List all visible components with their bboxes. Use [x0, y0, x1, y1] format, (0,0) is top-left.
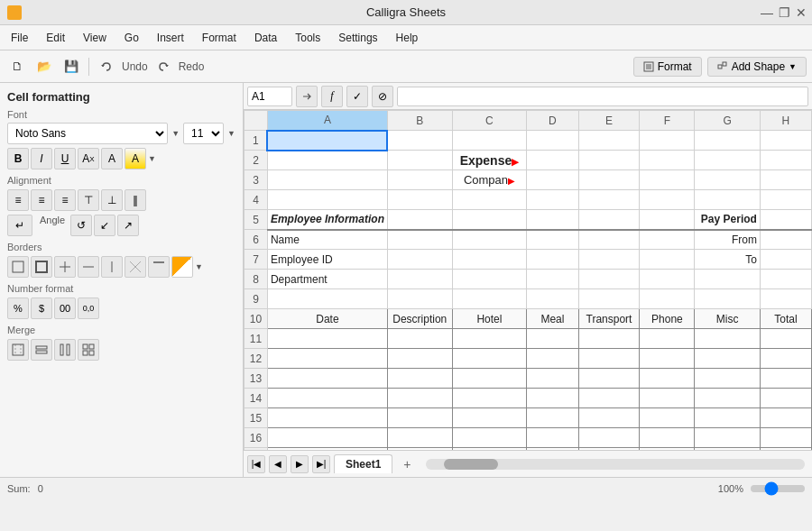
- cell-E14[interactable]: [578, 389, 640, 408]
- cell-F4[interactable]: [640, 190, 695, 210]
- border-all-button[interactable]: [7, 256, 29, 278]
- cell-A14[interactable]: [267, 389, 387, 408]
- new-button[interactable]: 🗋: [5, 55, 29, 78]
- cell-F15[interactable]: [640, 408, 695, 428]
- function-button[interactable]: f: [321, 86, 343, 107]
- cell-H3[interactable]: [760, 170, 811, 190]
- cell-G2[interactable]: [695, 151, 760, 170]
- decimal-button[interactable]: 00: [54, 298, 76, 319]
- cell-E16[interactable]: [578, 428, 640, 448]
- italic-button[interactable]: I: [31, 148, 52, 169]
- cell-E6[interactable]: [578, 230, 640, 250]
- cell-C7[interactable]: [452, 250, 527, 270]
- cell-G16[interactable]: [695, 428, 760, 448]
- cell-H8[interactable]: [760, 270, 811, 289]
- cell-D16[interactable]: [527, 428, 578, 448]
- cell-F8[interactable]: [640, 270, 695, 289]
- cell-E8[interactable]: [578, 270, 640, 289]
- align-top-button[interactable]: ⊤: [78, 189, 99, 211]
- merge-split-button[interactable]: [78, 339, 99, 361]
- angle-decrease-button[interactable]: ↙: [94, 215, 115, 236]
- cell-H7[interactable]: [760, 250, 811, 270]
- cell-H1[interactable]: [760, 131, 811, 151]
- menu-file[interactable]: File: [4, 29, 35, 47]
- horizontal-scroll-thumb[interactable]: [444, 459, 498, 470]
- cell-G9[interactable]: [695, 289, 760, 309]
- cell-C12[interactable]: [452, 349, 527, 369]
- cell-C16[interactable]: [452, 428, 527, 448]
- horizontal-scrollbar[interactable]: [426, 459, 805, 470]
- cell-B12[interactable]: [387, 349, 452, 369]
- cell-G6[interactable]: From: [695, 230, 760, 250]
- cell-B15[interactable]: [387, 408, 452, 428]
- cell-H15[interactable]: [760, 408, 811, 428]
- cell-E13[interactable]: [578, 369, 640, 389]
- cell-C10[interactable]: Hotel: [452, 309, 527, 329]
- add-shape-button[interactable]: Add Shape ▼: [707, 57, 807, 77]
- angle-ccw-button[interactable]: ↺: [70, 215, 92, 236]
- cell-H12[interactable]: [760, 349, 811, 369]
- cell-D10[interactable]: Meal: [527, 309, 578, 329]
- cell-A16[interactable]: [267, 428, 387, 448]
- border-none-button[interactable]: [125, 256, 146, 278]
- cell-D11[interactable]: [527, 329, 578, 349]
- merge-v-button[interactable]: [54, 339, 76, 361]
- merge-h-button[interactable]: [31, 339, 52, 361]
- cell-B11[interactable]: [387, 329, 452, 349]
- cell-A8[interactable]: Department: [267, 270, 387, 289]
- cell-G8[interactable]: [695, 270, 760, 289]
- cell-B8[interactable]: [387, 270, 452, 289]
- cell-G12[interactable]: [695, 349, 760, 369]
- cell-A1[interactable]: [267, 131, 387, 151]
- cell-D17[interactable]: [527, 448, 578, 451]
- minimize-button[interactable]: —: [761, 5, 773, 20]
- cell-H6[interactable]: [760, 230, 811, 250]
- cell-E5[interactable]: [578, 210, 640, 230]
- cell-C15[interactable]: [452, 408, 527, 428]
- menu-format[interactable]: Format: [195, 29, 244, 47]
- cell-D15[interactable]: [527, 408, 578, 428]
- cell-F12[interactable]: [640, 349, 695, 369]
- cell-B1[interactable]: [387, 131, 452, 151]
- cell-F3[interactable]: [640, 170, 695, 190]
- cell-G15[interactable]: [695, 408, 760, 428]
- strikethrough-button[interactable]: AX: [78, 148, 99, 169]
- cell-C14[interactable]: [452, 389, 527, 408]
- col-header-G[interactable]: G: [695, 111, 760, 131]
- cell-E3[interactable]: [578, 170, 640, 190]
- border-outer-button[interactable]: [31, 256, 52, 278]
- cell-A12[interactable]: [267, 349, 387, 369]
- cell-B16[interactable]: [387, 428, 452, 448]
- angle-increase-button[interactable]: ↗: [117, 215, 139, 236]
- merge-all-button[interactable]: [7, 339, 29, 361]
- cell-B14[interactable]: [387, 389, 452, 408]
- cell-G11[interactable]: [695, 329, 760, 349]
- cell-B3[interactable]: [387, 170, 452, 190]
- percent-button[interactable]: %: [7, 298, 29, 319]
- menu-go[interactable]: Go: [117, 29, 146, 47]
- align-middle-button[interactable]: ⊥: [101, 189, 123, 211]
- add-shape-dropdown-icon[interactable]: ▼: [789, 62, 797, 71]
- border-v-button[interactable]: [101, 256, 123, 278]
- cell-E2[interactable]: [578, 151, 640, 170]
- cell-C2[interactable]: Expense▶: [452, 151, 527, 170]
- cell-F16[interactable]: [640, 428, 695, 448]
- cell-F14[interactable]: [640, 389, 695, 408]
- menu-help[interactable]: Help: [389, 29, 426, 47]
- cell-A3[interactable]: [267, 170, 387, 190]
- cell-A7[interactable]: Employee ID: [267, 250, 387, 270]
- cell-D8[interactable]: [527, 270, 578, 289]
- window-controls[interactable]: — ❐ ✕: [761, 5, 807, 20]
- tab-next-button[interactable]: ▶: [291, 455, 309, 473]
- align-left-button[interactable]: ≡: [7, 189, 29, 211]
- sheet-tab-sheet1[interactable]: Sheet1: [334, 454, 392, 473]
- cell-B5[interactable]: [387, 210, 452, 230]
- col-header-A[interactable]: A: [267, 111, 387, 131]
- cell-H14[interactable]: [760, 389, 811, 408]
- tab-first-button[interactable]: |◀: [247, 455, 265, 473]
- cell-F2[interactable]: [640, 151, 695, 170]
- cell-A4[interactable]: [267, 190, 387, 210]
- cell-D1[interactable]: [527, 131, 578, 151]
- cell-E9[interactable]: [578, 289, 640, 309]
- cell-A13[interactable]: [267, 369, 387, 389]
